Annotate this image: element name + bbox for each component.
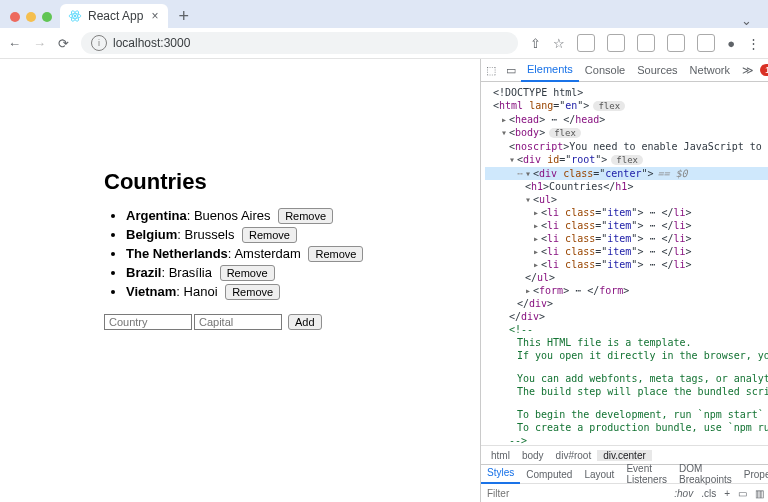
comment-text: This HTML file is a template. [517, 337, 692, 348]
profile-avatar[interactable]: ● [727, 36, 735, 51]
page-viewport: Countries Argentina: Buenos Aires Remove… [0, 59, 480, 502]
layout-tab[interactable]: Layout [578, 469, 620, 480]
reload-button[interactable]: ⟳ [58, 36, 69, 51]
properties-tab[interactable]: Properties [738, 469, 768, 480]
dom-selected-node[interactable]: ⋯▾<div class="center">== $0 [485, 167, 768, 180]
add-button[interactable]: Add [288, 314, 322, 330]
flex-badge[interactable]: flex [549, 128, 581, 138]
list-item: Argentina: Buenos Aires Remove [126, 207, 474, 224]
styles-menu-icon[interactable]: ▭ [734, 488, 751, 499]
inspect-element-icon[interactable]: ⬚ [481, 64, 501, 77]
cls-toggle[interactable]: .cls [697, 488, 720, 499]
dom-tree[interactable]: <!DOCTYPE html> <html lang="en">flex ▸<h… [481, 82, 768, 445]
svg-point-0 [74, 15, 76, 17]
nav-forward-button[interactable]: → [33, 36, 46, 51]
comment-marker: <!-- [509, 324, 533, 335]
add-country-form: Add [104, 314, 474, 330]
country-name: The Netherlands [126, 246, 228, 261]
crumb[interactable]: html [485, 450, 516, 461]
country-name: Brazil [126, 265, 161, 280]
dom-breadcrumb: html body div#root div.center [481, 445, 768, 464]
flex-badge[interactable]: flex [593, 101, 625, 111]
tab-network[interactable]: Network [684, 64, 736, 76]
flex-badge[interactable]: flex [611, 155, 643, 165]
extension-icon[interactable] [637, 34, 655, 52]
country-input[interactable] [104, 314, 192, 330]
extension-icon[interactable] [667, 34, 685, 52]
extension-icon[interactable] [607, 34, 625, 52]
comment-text: To begin the development, run `npm start… [517, 409, 768, 420]
crumb[interactable]: div.center [597, 450, 652, 461]
site-info-icon[interactable]: i [91, 35, 107, 51]
toolbar-actions: ⇧ ☆ ● ⋮ [530, 34, 760, 52]
countries-app: Countries Argentina: Buenos Aires Remove… [104, 169, 474, 330]
capital-input[interactable] [194, 314, 282, 330]
remove-button[interactable]: Remove [220, 265, 275, 281]
comment-marker: --> [509, 435, 527, 445]
country-name: Belgium [126, 227, 177, 242]
country-capital: Brussels [185, 227, 235, 242]
page-title: Countries [104, 169, 474, 195]
noscript-text: You need to enable JavaScript to run thi… [569, 141, 768, 152]
bookmark-star-icon[interactable]: ☆ [553, 36, 565, 51]
tab-title: React App [88, 9, 143, 23]
remove-button[interactable]: Remove [242, 227, 297, 243]
hov-toggle[interactable]: :hov [670, 488, 697, 499]
chrome-tab-strip: React App × + ⌄ [0, 0, 768, 28]
devtools-panel: ⬚ ▭ Elements Console Sources Network ≫ 1… [480, 59, 768, 502]
chrome-menu-icon[interactable]: ⋮ [747, 36, 760, 51]
doctype-node: <!DOCTYPE html> [493, 87, 583, 98]
comment-text: You can add webfonts, meta tags, or anal… [517, 373, 768, 384]
comment-text: The build step will place the bundled sc… [517, 386, 768, 397]
country-capital: Amsterdam [234, 246, 300, 261]
country-capital: Hanoi [184, 284, 218, 299]
country-capital: Buenos Aires [194, 208, 271, 223]
window-close-button[interactable] [10, 12, 20, 22]
country-name: Argentina [126, 208, 187, 223]
remove-button[interactable]: Remove [278, 208, 333, 224]
favicon-icon [68, 9, 82, 23]
computed-panel-icon[interactable]: ▥ [751, 488, 768, 499]
remove-button[interactable]: Remove [308, 246, 363, 262]
address-bar[interactable]: i localhost:3000 [81, 32, 518, 54]
window-controls-mac [10, 12, 52, 22]
tab-close-icon[interactable]: × [149, 9, 160, 23]
remove-button[interactable]: Remove [225, 284, 280, 300]
nav-back-button[interactable]: ← [8, 36, 21, 51]
styles-tab[interactable]: Styles [481, 464, 520, 484]
list-item: Belgium: Brussels Remove [126, 226, 474, 243]
list-item: Brazil: Brasília Remove [126, 264, 474, 281]
styles-filter-input[interactable] [481, 488, 670, 499]
extension-icon[interactable] [577, 34, 595, 52]
tab-sources[interactable]: Sources [631, 64, 683, 76]
country-capital: Brasília [169, 265, 212, 280]
share-icon[interactable]: ⇧ [530, 36, 541, 51]
browser-tab[interactable]: React App × [60, 4, 168, 28]
url-text: localhost:3000 [113, 36, 190, 50]
event-listeners-tab[interactable]: Event Listeners [620, 463, 673, 485]
add-rule-icon[interactable]: + [720, 488, 734, 499]
dom-breakpoints-tab[interactable]: DOM Breakpoints [673, 463, 738, 485]
comment-text: If you open it directly in the browser, … [517, 350, 768, 361]
window-maximize-button[interactable] [42, 12, 52, 22]
new-tab-button[interactable]: + [168, 4, 199, 28]
tab-console[interactable]: Console [579, 64, 631, 76]
window-minimize-button[interactable] [26, 12, 36, 22]
tab-dropdown-icon[interactable]: ⌄ [735, 13, 758, 28]
tabs-overflow-icon[interactable]: ≫ [736, 64, 760, 77]
devtools-tabbar: ⬚ ▭ Elements Console Sources Network ≫ 1… [481, 59, 768, 82]
list-item: Vietnam: Hanoi Remove [126, 283, 474, 300]
comment-text: To create a production bundle, use `npm … [517, 422, 768, 433]
computed-tab[interactable]: Computed [520, 469, 578, 480]
styles-pane: Styles Computed Layout Event Listeners D… [481, 464, 768, 502]
crumb[interactable]: div#root [550, 450, 598, 461]
tab-elements[interactable]: Elements [521, 58, 579, 82]
error-count-badge[interactable]: 1 [760, 64, 768, 76]
device-mode-icon[interactable]: ▭ [501, 64, 521, 77]
list-item: The Netherlands: Amsterdam Remove [126, 245, 474, 262]
browser-toolbar: ← → ⟳ i localhost:3000 ⇧ ☆ ● ⋮ [0, 28, 768, 59]
country-name: Vietnam [126, 284, 176, 299]
extension-icon[interactable] [697, 34, 715, 52]
country-list: Argentina: Buenos Aires Remove Belgium: … [104, 207, 474, 300]
crumb[interactable]: body [516, 450, 550, 461]
